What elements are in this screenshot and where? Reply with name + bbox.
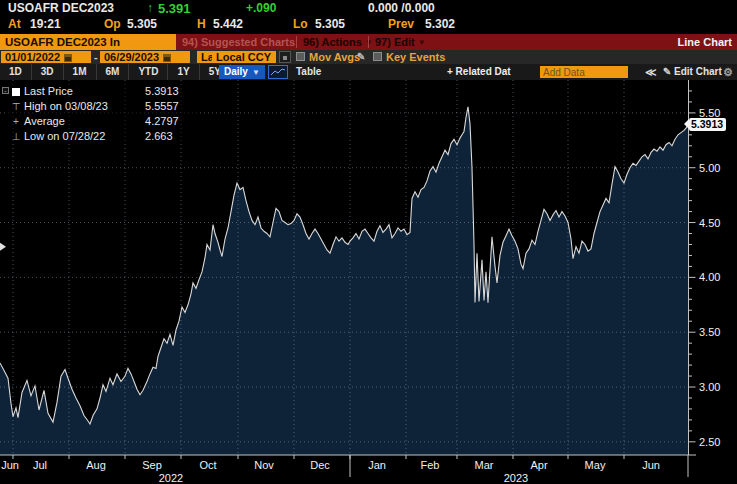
y-axis-label: 2.50 — [699, 436, 720, 448]
dropdown-dot-icon — [283, 56, 287, 60]
legend-value: 2.663 — [145, 129, 173, 144]
x-axis-label: Jun — [1, 459, 19, 471]
chevron-down-icon: ▼ — [418, 38, 426, 47]
pencil-icon[interactable]: ✎ — [357, 50, 365, 64]
table-button[interactable]: Table — [296, 64, 321, 80]
date-range-separator: - — [94, 50, 98, 64]
x-axis-label: Feb — [421, 459, 440, 471]
date-from-field[interactable]: 01/01/2022 — [1, 51, 91, 63]
edit-chart-button[interactable]: Edit Chart — [674, 64, 722, 80]
x-axis-label: Oct — [199, 459, 216, 471]
collapse-box-icon[interactable]: - — [2, 87, 9, 94]
x-axis-label: Jul — [33, 459, 47, 471]
x-axis-label: Nov — [254, 459, 274, 471]
legend-value: 5.3913 — [145, 84, 179, 99]
open-label: Op — [104, 17, 121, 31]
calendar-icon[interactable] — [64, 54, 72, 62]
tab-1d[interactable]: 1D — [0, 64, 32, 80]
open-value: 5.305 — [127, 17, 157, 31]
up-arrow-icon: ↑ — [147, 1, 153, 15]
line-chart-icon — [269, 66, 287, 78]
year-label: 2023 — [504, 472, 528, 484]
bloomberg-terminal-window: USOAFR DEC2023 ↑ 5.391 +.090 0.000 /0.00… — [0, 0, 737, 484]
last-price-axis-tag: 5.3913 — [689, 118, 726, 131]
date-to-field[interactable]: 06/29/2023 — [100, 51, 190, 63]
tab-3d[interactable]: 3D — [32, 64, 64, 80]
security-field[interactable]: USOAFR DEC2023 In — [0, 34, 176, 50]
prev-value: 5.302 — [425, 17, 455, 31]
suggested-charts-menu[interactable]: 94) Suggested Charts — [182, 34, 295, 50]
ticker-symbol: USOAFR DEC2023 — [8, 1, 114, 15]
related-data-button[interactable]: + Related Dat — [447, 64, 511, 80]
chart-legend[interactable]: - Last Price 5.3913 ⊤ High on 03/08/23 5… — [6, 84, 198, 144]
legend-row-low[interactable]: ⊥ Low on 07/28/22 2.663 — [6, 129, 198, 144]
menu-divider — [296, 36, 297, 48]
edit-menu[interactable]: 97) Edit▼ — [375, 34, 426, 51]
x-axis-label: Sep — [142, 459, 162, 471]
x-axis-label: Mar — [475, 459, 494, 471]
last-price-swatch-icon — [10, 84, 22, 99]
legend-label: Average — [24, 114, 142, 129]
pencil-icon[interactable]: ✎ — [663, 64, 671, 80]
key-events-checkbox[interactable] — [373, 52, 382, 61]
legend-row-high[interactable]: ⊤ High on 03/08/23 5.5557 — [6, 99, 198, 114]
legend-value: 5.5557 — [145, 99, 179, 114]
function-title: Line Chart — [678, 34, 732, 50]
x-axis-label: Dec — [310, 459, 330, 471]
y-axis-label: 4.00 — [699, 271, 720, 283]
x-axis-label: Jun — [642, 459, 660, 471]
gear-icon[interactable]: ⚙ — [723, 64, 733, 80]
actions-menu[interactable]: 96) Actions▼ — [303, 34, 373, 51]
collapse-chevrons-icon[interactable]: ≪ — [645, 64, 657, 80]
period-dropdown[interactable]: Daily▼ — [219, 65, 265, 79]
mov-avgs-label[interactable]: Mov Avgs — [309, 50, 360, 64]
year-label: 2022 — [159, 472, 183, 484]
legend-row-average[interactable]: + Average 4.2797 — [6, 114, 198, 129]
chart-controls-row: 01/01/2022 - 06/29/2023 Last Px Local CC… — [0, 50, 737, 64]
high-label: H — [197, 17, 206, 31]
last-price: 5.391 — [158, 1, 191, 16]
legend-value: 4.2797 — [145, 114, 179, 129]
high-value: 5.442 — [213, 17, 243, 31]
y-axis-label: 3.00 — [699, 381, 720, 393]
tab-ytd[interactable]: YTD — [129, 64, 168, 80]
calendar-icon[interactable] — [163, 54, 171, 62]
currency-dropdown-button[interactable] — [279, 51, 291, 63]
y-axis-label: 3.50 — [699, 326, 720, 338]
y-axis-label: 4.50 — [699, 217, 720, 229]
chevron-down-icon: ▼ — [252, 68, 260, 77]
y-axis-label: 5.50 — [699, 107, 720, 119]
key-events-label[interactable]: Key Events — [386, 50, 445, 64]
bid-ask: 0.000 /0.000 — [368, 1, 435, 15]
menu-divider — [368, 36, 369, 48]
quote-row: USOAFR DEC2023 ↑ 5.391 +.090 0.000 /0.00… — [0, 1, 737, 16]
menu-bar: USOAFR DEC2023 In 94) Suggested Charts 9… — [0, 34, 737, 50]
line-chart-type-button[interactable] — [268, 65, 288, 79]
prev-label: Prev — [388, 17, 414, 31]
legend-row-last-price[interactable]: - Last Price 5.3913 — [6, 84, 198, 99]
tab-1y[interactable]: 1Y — [168, 64, 199, 80]
at-label: At — [8, 17, 21, 31]
average-marker-icon: + — [10, 114, 22, 129]
legend-label: Last Price — [24, 84, 142, 99]
tab-6m[interactable]: 6M — [97, 64, 130, 80]
y-axis-label: 5.00 — [699, 162, 720, 174]
session-stats-row: At 19:21 Op 5.305 H 5.442 Lo 5.305 Prev … — [0, 17, 737, 32]
tab-1m[interactable]: 1M — [64, 64, 97, 80]
low-marker-icon: ⊥ — [10, 129, 22, 144]
mov-avgs-checkbox[interactable] — [296, 52, 305, 61]
high-marker-icon: ⊤ — [10, 99, 22, 114]
price-change: +.090 — [246, 1, 276, 15]
add-data-input[interactable] — [540, 66, 628, 78]
currency-selector[interactable]: Local CCY — [212, 51, 276, 63]
legend-label: Low on 07/28/22 — [24, 129, 142, 144]
x-axis-label: Jan — [368, 459, 386, 471]
chart-toolbar-row: 1D 3D 1M 6M YTD 1Y 5Y Max Daily▼ Table +… — [0, 64, 737, 80]
x-axis-label: Apr — [530, 459, 547, 471]
low-value: 5.305 — [315, 17, 345, 31]
legend-label: High on 03/08/23 — [24, 99, 142, 114]
x-axis-label: Aug — [86, 459, 106, 471]
at-value: 19:21 — [30, 17, 61, 31]
low-label: Lo — [293, 17, 308, 31]
x-axis-label: May — [585, 459, 606, 471]
